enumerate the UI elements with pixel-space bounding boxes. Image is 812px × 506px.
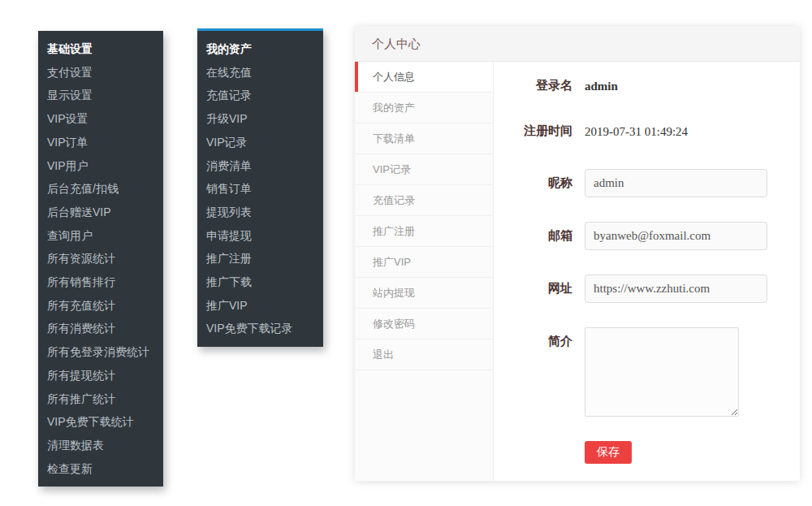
profile-panel: 个人中心 个人信息 我的资产 下载清单 VIP记录 充值记录 推广注册 推广VI… xyxy=(355,26,800,481)
menu-item[interactable]: 支付设置 xyxy=(38,61,163,84)
website-row: 网址 xyxy=(494,275,800,303)
menu-item[interactable]: VIP用户 xyxy=(38,154,163,178)
website-field[interactable] xyxy=(585,275,767,303)
profile-tab[interactable]: 站内提现 xyxy=(355,278,493,309)
intro-field[interactable] xyxy=(585,327,739,417)
menu-item[interactable]: 所有销售排行 xyxy=(38,270,163,294)
menu-item[interactable]: 查询用户 xyxy=(38,224,163,248)
profile-tab-list: 个人信息 我的资产 下载清单 VIP记录 充值记录 推广注册 推广VIP 站内提… xyxy=(355,62,494,481)
website-label: 网址 xyxy=(494,275,572,296)
profile-tab[interactable]: 退出 xyxy=(355,339,493,370)
save-button[interactable]: 保存 xyxy=(585,441,632,464)
menu-item[interactable]: 推广VIP xyxy=(197,294,323,318)
menu-item[interactable]: 检查更新 xyxy=(38,457,163,481)
profile-tab[interactable]: 个人信息 xyxy=(355,62,493,93)
menu-item[interactable]: 在线充值 xyxy=(197,61,323,84)
menu-item[interactable]: 推广注册 xyxy=(197,247,323,270)
register-time-label: 注册时间 xyxy=(494,123,572,139)
menu-item[interactable]: 提现列表 xyxy=(197,201,323,224)
menu-item[interactable]: 充值记录 xyxy=(197,84,323,107)
email-label: 邮箱 xyxy=(494,222,572,244)
assets-menu: 我的资产 在线充值 充值记录 升级VIP VIP记录 消费清单 销售订单 提现列… xyxy=(197,28,323,347)
login-name-value: admin xyxy=(585,78,618,94)
menu-item[interactable]: VIP订单 xyxy=(38,131,163,154)
profile-tab[interactable]: 推广注册 xyxy=(355,216,493,247)
menu-item[interactable]: VIP记录 xyxy=(197,131,323,154)
register-time-row: 注册时间 2019-07-31 01:49:24 xyxy=(494,123,800,140)
menu-item[interactable]: VIP设置 xyxy=(38,107,163,131)
settings-menu: 基础设置 支付设置 显示设置 VIP设置 VIP订单 VIP用户 后台充值/扣钱… xyxy=(38,31,163,487)
intro-label: 简介 xyxy=(494,327,572,349)
login-name-row: 登录名 admin xyxy=(494,78,800,94)
menu-item[interactable]: VIP免费下载记录 xyxy=(197,317,323,340)
menu-item[interactable]: VIP免费下载统计 xyxy=(38,410,163,434)
menu-item[interactable]: 清理数据表 xyxy=(38,434,163,457)
menu-item[interactable]: 所有资源统计 xyxy=(38,247,163,270)
profile-tab[interactable]: VIP记录 xyxy=(355,154,493,185)
menu-item[interactable]: 所有提现统计 xyxy=(38,364,163,387)
nickname-label: 昵称 xyxy=(494,169,572,191)
menu-item[interactable]: 销售订单 xyxy=(197,177,323,201)
menu-item[interactable]: 推广下载 xyxy=(197,270,323,294)
menu-item[interactable]: 消费清单 xyxy=(197,154,323,178)
menu-item[interactable]: 所有推广统计 xyxy=(38,387,163,411)
settings-menu-header[interactable]: 基础设置 xyxy=(38,37,163,61)
profile-tab[interactable]: 下载清单 xyxy=(355,123,493,154)
profile-tab[interactable]: 充值记录 xyxy=(355,185,493,216)
intro-row: 简介 xyxy=(494,327,800,417)
login-name-label: 登录名 xyxy=(494,78,572,93)
menu-item[interactable]: 申请提现 xyxy=(197,224,323,248)
profile-tab[interactable]: 推广VIP xyxy=(355,247,493,278)
assets-menu-items: 在线充值 充值记录 升级VIP VIP记录 消费清单 销售订单 提现列表 申请提… xyxy=(197,61,323,340)
nickname-field[interactable] xyxy=(585,169,767,197)
profile-tab[interactable]: 修改密码 xyxy=(355,309,493,339)
assets-menu-header[interactable]: 我的资产 xyxy=(197,37,323,61)
menu-item[interactable]: 显示设置 xyxy=(38,84,163,107)
profile-tab[interactable]: 我的资产 xyxy=(355,93,493,123)
register-time-value: 2019-07-31 01:49:24 xyxy=(585,123,688,140)
settings-menu-items: 支付设置 显示设置 VIP设置 VIP订单 VIP用户 后台充值/扣钱 后台赠送… xyxy=(38,61,163,481)
menu-item[interactable]: 所有充值统计 xyxy=(38,294,163,318)
nickname-row: 昵称 xyxy=(494,169,800,197)
email-row: 邮箱 xyxy=(494,222,800,250)
menu-item[interactable]: 所有免登录消费统计 xyxy=(38,340,163,364)
menu-item[interactable]: 后台充值/扣钱 xyxy=(38,177,163,201)
menu-item[interactable]: 所有消费统计 xyxy=(38,317,163,340)
email-field[interactable] xyxy=(585,222,767,250)
panel-body: 个人信息 我的资产 下载清单 VIP记录 充值记录 推广注册 推广VIP 站内提… xyxy=(355,62,800,481)
menu-item[interactable]: 升级VIP xyxy=(197,107,323,131)
profile-form: 登录名 admin 注册时间 2019-07-31 01:49:24 昵称 邮箱… xyxy=(494,62,800,481)
menu-item[interactable]: 后台赠送VIP xyxy=(38,201,163,224)
panel-title: 个人中心 xyxy=(355,26,800,62)
